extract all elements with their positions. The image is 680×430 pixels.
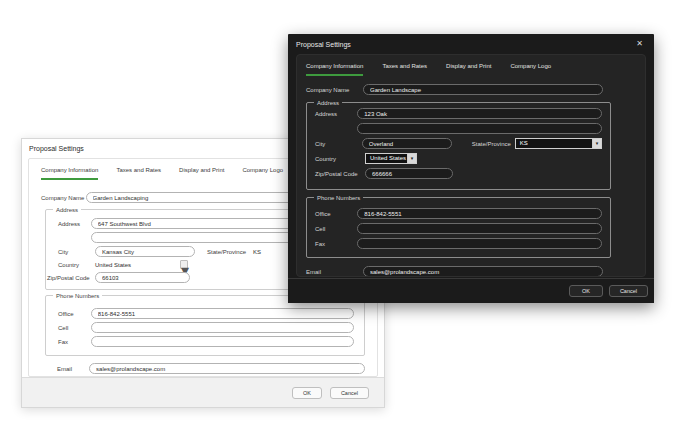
desktop-background: Proposal Settings Company Information Ta… <box>0 0 680 430</box>
country-value: United States <box>366 154 407 163</box>
chevron-down-icon[interactable]: ▾ <box>407 154 416 163</box>
dialog-title: Proposal Settings <box>296 41 351 48</box>
office-label: Office <box>315 210 357 218</box>
address-group-label: Address <box>314 99 342 107</box>
phone-numbers-group: Phone Numbers Office Cell Fax <box>45 295 365 356</box>
tab-display-and-print[interactable]: Display and Print <box>446 62 491 76</box>
office-phone-input[interactable] <box>357 208 602 219</box>
tab-company-information[interactable]: Company Information <box>306 62 363 76</box>
office-row: Office <box>58 308 354 319</box>
company-name-label: Company Name <box>41 194 86 202</box>
city-label: City <box>315 140 362 148</box>
chevron-down-icon[interactable]: ▾ <box>180 260 188 269</box>
tab-taxes-and-rates[interactable]: Taxes and Rates <box>382 62 427 76</box>
office-row: Office <box>315 208 602 219</box>
titlebar[interactable]: Proposal Settings ✕ <box>288 34 654 54</box>
address-group-label: Address <box>53 206 81 214</box>
state-province-label: State/Province <box>207 248 246 256</box>
close-icon[interactable]: ✕ <box>633 39 646 49</box>
phone-numbers-group-label: Phone Numbers <box>314 194 363 202</box>
address-group: Address Address City State/Province KS ▾ <box>306 102 611 190</box>
fax-row: Fax <box>58 336 354 347</box>
fax-label: Fax <box>58 338 91 346</box>
tab-company-information[interactable]: Company Information <box>41 166 98 180</box>
address-label: Address <box>58 220 91 228</box>
ok-button[interactable]: OK <box>292 387 322 399</box>
city-input[interactable] <box>362 138 452 149</box>
state-province-value[interactable]: KS <box>253 248 261 256</box>
fax-input[interactable] <box>91 336 354 347</box>
fax-label: Fax <box>315 240 357 248</box>
city-label: City <box>58 248 95 256</box>
email-input[interactable] <box>363 266 603 277</box>
email-input[interactable] <box>89 363 365 374</box>
zip-row: Zip/Postal Code <box>315 168 602 179</box>
zip-input[interactable] <box>95 272 190 283</box>
state-province-dropdown[interactable]: KS ▾ <box>515 138 602 149</box>
tab-company-logo[interactable]: Company Logo <box>242 166 283 180</box>
office-label: Office <box>58 310 91 318</box>
cell-row: Cell <box>315 223 602 234</box>
dialog-footer: OK Cancel <box>22 377 384 407</box>
contact-block: Email Web Site <box>41 363 365 377</box>
tab-bar: Company Information Taxes and Rates Disp… <box>306 62 636 76</box>
cell-label: Cell <box>315 225 357 233</box>
phone-numbers-group: Phone Numbers Office Cell Fax <box>306 197 611 258</box>
dialog-footer: OK Cancel <box>288 278 654 303</box>
phone-numbers-group-label: Phone Numbers <box>53 292 102 300</box>
office-phone-input[interactable] <box>91 308 354 319</box>
country-dropdown[interactable]: United States ▾ <box>95 260 188 269</box>
company-name-row: Company Name <box>306 84 636 95</box>
company-name-input[interactable] <box>363 84 603 95</box>
email-row: Email <box>306 266 636 277</box>
country-value: United States <box>95 262 131 268</box>
chevron-down-icon[interactable]: ▾ <box>592 139 601 148</box>
zip-label: Zip/Postal Code <box>315 170 365 178</box>
country-label: Country <box>58 261 95 269</box>
cancel-button[interactable]: Cancel <box>330 387 369 399</box>
contact-block: Email Web Site <box>306 266 636 277</box>
dialog-title: Proposal Settings <box>29 145 84 152</box>
cancel-button[interactable]: Cancel <box>609 285 648 297</box>
cell-phone-input[interactable] <box>91 322 354 333</box>
fax-input[interactable] <box>357 238 602 249</box>
country-row: Country United States ▾ <box>315 153 602 164</box>
cell-label: Cell <box>58 324 91 332</box>
content-panel: Company Information Taxes and Rates Disp… <box>296 54 646 277</box>
address-line2-input[interactable] <box>357 123 602 134</box>
company-name-label: Company Name <box>306 86 363 94</box>
address-line1-input[interactable] <box>357 108 602 119</box>
address2-row <box>315 123 602 134</box>
tab-taxes-and-rates[interactable]: Taxes and Rates <box>116 166 161 180</box>
city-input[interactable] <box>95 246 195 257</box>
city-state-row: City State/Province KS ▾ <box>315 138 602 149</box>
state-province-value: KS <box>516 139 592 148</box>
country-label: Country <box>315 155 365 163</box>
country-dropdown[interactable]: United States ▾ <box>365 153 417 164</box>
tab-display-and-print[interactable]: Display and Print <box>179 166 224 180</box>
zip-input[interactable] <box>365 168 453 179</box>
fax-row: Fax <box>315 238 602 249</box>
proposal-settings-dialog-dark: Proposal Settings ✕ Company Information … <box>288 34 654 303</box>
zip-label: Zip/Postal Code <box>47 274 95 282</box>
state-province-label: State/Province <box>472 140 511 148</box>
ok-button[interactable]: OK <box>569 285 603 297</box>
email-label: Email <box>306 268 363 276</box>
cell-row: Cell <box>58 322 354 333</box>
address-row: Address <box>315 108 602 119</box>
cell-phone-input[interactable] <box>357 223 602 234</box>
email-row: Email <box>57 363 365 374</box>
email-label: Email <box>57 365 89 373</box>
tab-company-logo[interactable]: Company Logo <box>510 62 551 76</box>
address-label: Address <box>315 110 357 118</box>
